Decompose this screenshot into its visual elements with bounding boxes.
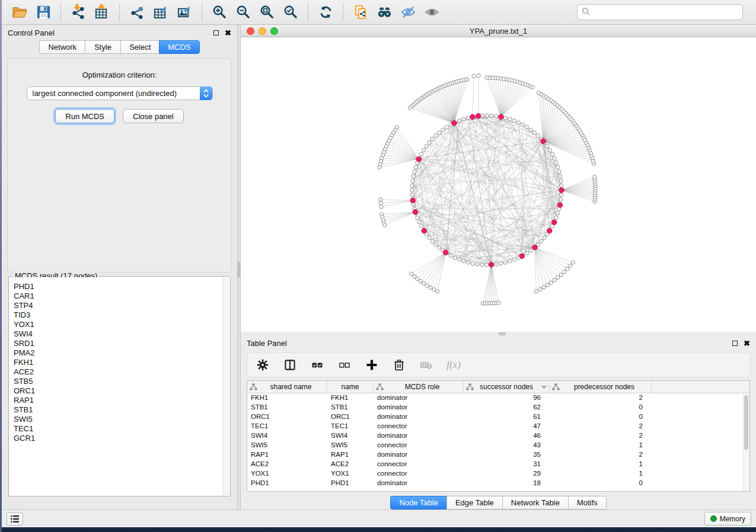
mcds-result-item[interactable]: YOX1 (14, 320, 229, 329)
clear-selection-button[interactable] (337, 358, 352, 372)
splitter-grip[interactable] (499, 332, 506, 335)
cytoscape-window: Control Panel ✖ NetworkStyleSelectMCDS O… (2, 0, 756, 527)
zoom-fit-button[interactable] (255, 2, 279, 23)
search-input[interactable] (577, 4, 743, 20)
mcds-result-item[interactable]: ORC1 (14, 386, 229, 396)
tab-select[interactable]: Select (120, 40, 159, 54)
zoom-in-button[interactable] (208, 2, 231, 23)
tab-motifs[interactable]: Motifs (568, 496, 607, 509)
scrollbar-thumb[interactable] (744, 395, 748, 450)
table-header-row: shared namenameMCDS rolesuccessor nodesp… (247, 381, 749, 393)
export-image-button[interactable] (173, 2, 196, 23)
mcds-result-item[interactable]: RAP1 (14, 396, 229, 405)
mcds-result-item[interactable]: STB5 (14, 377, 229, 386)
mcds-result-item[interactable]: STB1 (14, 405, 229, 415)
export-table-button[interactable] (149, 2, 173, 23)
mcds-result-item[interactable]: SRD1 (14, 339, 229, 348)
delete-row-button[interactable] (392, 358, 406, 372)
add-row-button[interactable] (365, 358, 379, 372)
mcds-result-item[interactable]: CAR1 (14, 291, 229, 301)
vertical-splitter[interactable] (237, 25, 241, 509)
table-cell (652, 403, 749, 412)
table-row[interactable]: SWI4SWI4dominator462 (247, 431, 749, 441)
table-row[interactable]: ACE2ACE2connector311 (247, 460, 749, 469)
mcds-result-item[interactable]: ACE2 (14, 367, 229, 377)
tab-network[interactable]: Network (39, 40, 85, 54)
tab-network-table[interactable]: Network Table (502, 496, 568, 509)
column-type-icon (250, 383, 257, 391)
table-cell: YOX1 (327, 469, 374, 479)
table-scrollbar[interactable] (743, 394, 749, 491)
mcds-result-item[interactable]: SWI5 (14, 415, 229, 424)
table-cell: 2 (550, 450, 652, 460)
zoom-out-button[interactable] (231, 2, 255, 23)
close-panel-button[interactable]: Close panel (123, 109, 184, 123)
horizontal-splitter[interactable] (241, 332, 756, 336)
float-panel-icon[interactable] (213, 30, 219, 36)
table-row[interactable]: FKH1FKH1dominator962 (247, 393, 749, 403)
run-mcds-button[interactable]: Run MCDS (55, 109, 114, 123)
column-header-predecessor-nodes[interactable]: predecessor nodes (550, 381, 652, 393)
import-network-button[interactable] (66, 2, 90, 23)
export-network-button[interactable] (125, 2, 149, 23)
table-row[interactable]: YOX1YOX1connector291 (247, 469, 749, 479)
table-row[interactable]: STB1STB1dominator620 (247, 403, 749, 412)
mcds-result-item[interactable]: TEC1 (14, 424, 229, 434)
clone-network-button[interactable] (349, 2, 372, 23)
tab-node-table[interactable]: Node Table (390, 496, 446, 509)
zoom-in-icon (212, 4, 228, 20)
table-cell: 62 (464, 403, 550, 412)
delete-table-button[interactable] (419, 358, 433, 372)
mcds-list-scrollbar[interactable] (222, 277, 229, 495)
network-view-canvas[interactable] (241, 37, 756, 332)
open-folder-button[interactable] (8, 2, 31, 23)
mcds-result-item[interactable]: STP4 (14, 301, 229, 310)
float-panel-icon[interactable] (732, 341, 738, 346)
column-header-shared-name[interactable]: shared name (247, 381, 327, 393)
table-cell (652, 460, 749, 469)
column-header-MCDS-role[interactable]: MCDS role (374, 381, 464, 393)
search-box (577, 4, 743, 20)
table-row[interactable]: ORC1ORC1dominator610 (247, 412, 749, 422)
column-header-successor-nodes[interactable]: successor nodes (464, 381, 550, 393)
zoom-selected-button[interactable] (279, 2, 302, 23)
function-builder-button[interactable]: f(x) (446, 358, 461, 372)
tab-mcds[interactable]: MCDS (159, 40, 199, 54)
table-row[interactable]: TEC1TEC1connector472 (247, 422, 749, 431)
tab-style[interactable]: Style (85, 40, 120, 54)
select-all-button[interactable] (310, 358, 324, 372)
splitter-grip[interactable] (238, 262, 240, 277)
table-cell: 47 (464, 422, 550, 431)
mcds-result-item[interactable]: TID3 (14, 310, 229, 320)
split-columns-button[interactable] (283, 358, 297, 372)
close-panel-icon[interactable]: ✖ (744, 339, 750, 347)
memory-button[interactable]: Memory (704, 512, 751, 525)
column-header-name[interactable]: name (327, 381, 374, 393)
mcds-result-item[interactable]: SWI4 (14, 329, 229, 339)
table-cell: dominator (374, 479, 464, 488)
main-area: Control Panel ✖ NetworkStyleSelectMCDS O… (2, 25, 756, 509)
gear-button[interactable] (256, 358, 270, 372)
table-row[interactable]: RAP1RAP1dominator352 (247, 450, 749, 460)
mcds-result-item[interactable]: FKH1 (14, 358, 229, 367)
optimization-criterion-select[interactable]: largest connected component (undirected) (27, 86, 213, 100)
table-row[interactable]: PHD1PHD1dominator180 (247, 479, 749, 488)
search-network-button[interactable] (372, 2, 396, 23)
close-panel-icon[interactable]: ✖ (225, 29, 231, 37)
import-table-button[interactable] (90, 2, 114, 23)
table-row[interactable]: SWI5SWI5connector431 (247, 441, 749, 450)
network-graph[interactable] (241, 37, 756, 332)
tab-edge-table[interactable]: Edge Table (446, 496, 502, 509)
mcds-result-item[interactable]: PMA2 (14, 348, 229, 358)
mcds-result-item[interactable]: GCR1 (14, 434, 229, 443)
task-history-button[interactable] (7, 512, 23, 525)
mcds-result-item[interactable]: PHD1 (14, 282, 229, 291)
refresh-button[interactable] (314, 2, 337, 23)
column-label: predecessor nodes (574, 383, 634, 391)
control-panel-header: Control Panel ✖ (2, 25, 237, 40)
table-panel: Table Panel ✖ f(x) shared namenameMCDS r… (241, 336, 756, 509)
hide-selected-button[interactable] (396, 2, 420, 23)
save-button[interactable] (31, 2, 55, 23)
mcds-result-list[interactable]: PHD1CAR1STP4TID3YOX1SWI4SRD1PMA2FKH1ACE2… (9, 277, 229, 495)
show-graphics-details-button[interactable] (420, 2, 444, 23)
